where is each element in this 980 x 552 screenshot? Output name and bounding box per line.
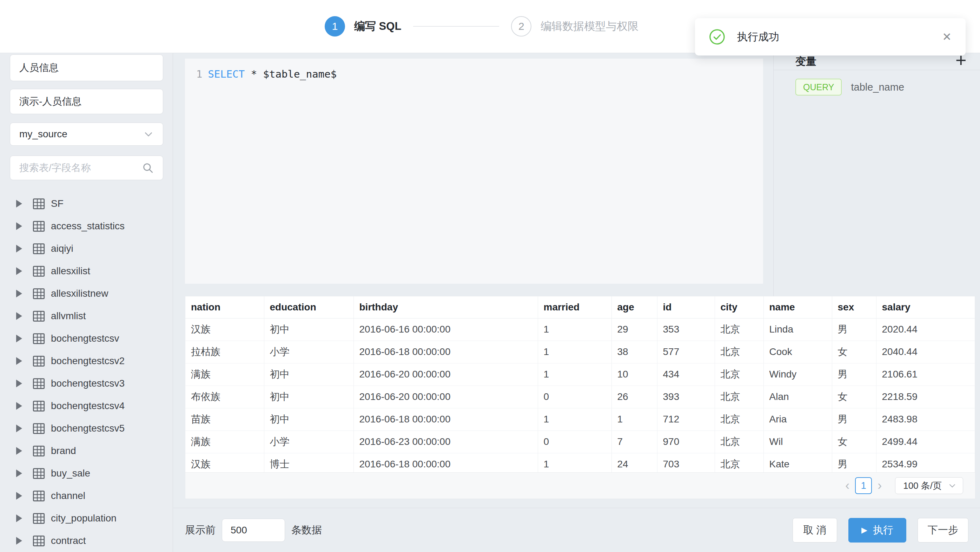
table-cell: 38 [611,341,657,363]
stepper-connector [413,26,499,27]
caret-right-icon[interactable] [16,469,22,477]
table-row: 满族初中2016-06-20 00:00:00110434北京Windy男210… [185,363,975,386]
variable-name: table_name [851,81,904,93]
run-button[interactable]: ▶ 执行 [848,518,906,542]
table-cell: 2106.61 [876,363,975,386]
sidebar-table-item[interactable]: allvmlist [0,305,173,327]
table-name-label: allvmlist [51,310,86,322]
caret-right-icon[interactable] [16,514,22,522]
sidebar-table-item[interactable]: bochengtestcsv [0,327,173,350]
caret-right-icon[interactable] [16,312,22,320]
caret-right-icon[interactable] [16,380,22,387]
sidebar-table-item[interactable]: allesxilist [0,260,173,282]
table-cell: 1 [538,363,611,386]
column-header: salary [876,296,975,318]
sidebar-table-item[interactable]: contract [0,530,173,552]
sidebar-table-item[interactable]: buy_sale [0,462,173,485]
sidebar-table-item[interactable]: bochengtestcsv2 [0,350,173,372]
close-icon[interactable]: ✕ [942,30,951,43]
table-cell: 712 [657,408,714,431]
sql-editor[interactable]: 1 SELECT * $table_name$ [185,59,763,284]
table-cell: 男 [832,363,876,386]
table-name-label: bochengtestcsv5 [51,423,125,434]
table-cell: 2499.44 [876,431,975,453]
table-cell: 女 [832,431,876,453]
step-2-label: 编辑数据模型与权限 [541,19,638,34]
caret-right-icon[interactable] [16,402,22,410]
page-size-select[interactable]: 100 条/页 [895,477,963,494]
datasource-value: my_source [19,129,143,140]
table-name-label: brand [51,445,76,456]
sidebar-table-item[interactable]: aiqiyi [0,238,173,260]
table-cell: 小学 [264,341,353,363]
table-cell: 2020.44 [876,318,975,341]
caret-right-icon[interactable] [16,447,22,455]
caret-right-icon[interactable] [16,335,22,342]
check-circle-icon [709,29,725,45]
next-step-button[interactable]: 下一步 [918,518,969,542]
table-name-label: aiqiyi [51,243,73,254]
table-grid-icon [33,446,45,456]
table-cell: 初中 [264,408,353,431]
table-cell: 1 [538,318,611,341]
caret-right-icon[interactable] [16,357,22,365]
prev-page-button[interactable]: ‹ [845,478,850,493]
table-cell: 北京 [714,363,764,386]
next-page-button[interactable]: › [878,478,882,493]
table-name-label: bochengtestcsv [51,333,119,344]
table-name-label: bochengtestcsv2 [51,355,125,367]
run-button-label: 执行 [873,523,893,537]
table-name-label: allesxilistnew [51,288,108,299]
sidebar-table-item[interactable]: access_statistics [0,215,173,238]
table-grid-icon [33,288,45,299]
table-cell: 初中 [264,363,353,386]
sidebar-table-item[interactable]: bochengtestcsv4 [0,395,173,417]
table-cell: 393 [657,386,714,408]
caret-right-icon[interactable] [16,245,22,252]
table-grid-icon [33,513,45,524]
caret-right-icon[interactable] [16,222,22,230]
table-cell: 2016-06-18 00:00:00 [353,341,538,363]
sidebar-table-item[interactable]: SF [0,192,173,215]
search-input[interactable] [19,156,142,180]
sidebar-table-item[interactable]: bochengtestcsv5 [0,417,173,440]
table-cell: 苗族 [185,408,264,431]
caret-right-icon[interactable] [16,537,22,545]
sql-code-line: 1 SELECT * $table_name$ [185,59,763,82]
sidebar-table-item[interactable]: brand [0,440,173,462]
table-grid-icon [33,468,45,479]
caret-right-icon[interactable] [16,492,22,500]
table-cell: Windy [764,363,832,386]
sidebar-table-item[interactable]: bochengtestcsv3 [0,372,173,395]
sidebar-table-item[interactable]: channel [0,485,173,507]
dataset-desc-input[interactable] [19,89,154,114]
caret-right-icon[interactable] [16,424,22,432]
table-name-label: city_population [51,513,116,524]
chevron-down-icon [143,129,154,139]
table-cell: 北京 [714,386,764,408]
caret-right-icon[interactable] [16,267,22,275]
dataset-name-input[interactable] [19,55,154,81]
table-grid-icon [33,221,45,232]
table-grid-icon [33,266,45,277]
current-page-button[interactable]: 1 [855,477,872,494]
sidebar-table-item[interactable]: allesxilistnew [0,282,173,305]
table-cell: Aria [764,408,832,431]
sidebar-table-item[interactable]: city_population [0,507,173,530]
table-grid-icon [33,311,45,322]
table-cell: 353 [657,318,714,341]
table-cell: 满族 [185,363,264,386]
table-cell: 2016-06-18 00:00:00 [353,408,538,431]
chevron-down-icon [948,482,956,490]
row-limit-input[interactable] [222,518,285,542]
play-icon: ▶ [861,526,867,535]
caret-right-icon[interactable] [16,200,22,207]
table-tree: SFaccess_statisticsaiqiyiallesxilistalle… [0,192,173,552]
table-grid-icon [33,333,45,344]
cancel-button[interactable]: 取 消 [792,518,837,542]
table-cell: 577 [657,341,714,363]
table-cell: 2016-06-16 00:00:00 [353,318,538,341]
datasource-select[interactable]: my_source [10,123,163,146]
stepper: 1 编写 SQL 2 编辑数据模型与权限 [325,0,638,53]
caret-right-icon[interactable] [16,290,22,297]
